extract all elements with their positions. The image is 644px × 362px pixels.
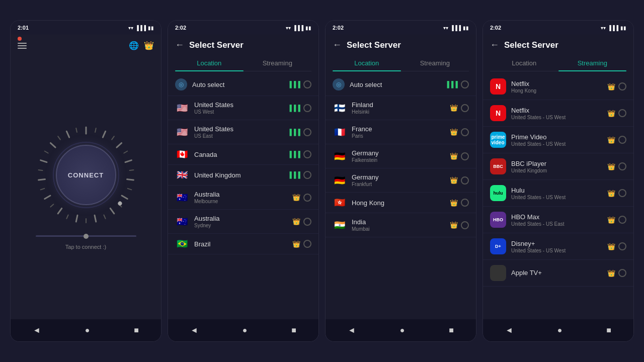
signal-bars: ▐▐▐ bbox=[287, 171, 300, 178]
phones-container: 2:01 ▾▾ ▐▐▐ ▮▮ 🌐 👑 bbox=[0, 10, 644, 352]
location-icon: ◎ bbox=[336, 81, 341, 88]
radio-button[interactable] bbox=[303, 194, 311, 202]
streaming-info: Hulu United States - US West bbox=[511, 187, 602, 200]
svg-line-5 bbox=[124, 151, 127, 153]
list-item[interactable]: HBO HBO Max United States - US East 👑 bbox=[483, 207, 633, 233]
server-actions: 👑 bbox=[450, 176, 469, 185]
radio-button[interactable] bbox=[618, 216, 626, 224]
nav-recent-2[interactable]: ■ bbox=[291, 326, 296, 335]
list-item[interactable]: 🇨🇦 Canada ▐▐▐ bbox=[168, 144, 318, 165]
nav-recent-4[interactable]: ■ bbox=[606, 326, 611, 335]
list-item[interactable]: 🇧🇷 Brazil 👑 bbox=[168, 234, 318, 254]
radio-button[interactable] bbox=[618, 242, 626, 250]
radio-button[interactable] bbox=[303, 80, 311, 88]
list-item[interactable]: N Netflix United States - US West 👑 bbox=[483, 100, 633, 127]
status-icons-3: ▾▾ ▐▐▐ ▮▮ bbox=[443, 25, 469, 31]
status-icons-4: ▾▾ ▐▐▐ ▮▮ bbox=[601, 25, 626, 31]
radio-button[interactable] bbox=[303, 150, 311, 158]
list-item[interactable]: hulu Hulu United States - US West 👑 bbox=[483, 180, 633, 207]
tab-streaming-4[interactable]: Streaming bbox=[558, 55, 627, 71]
nav-back-2[interactable]: ◄ bbox=[190, 326, 198, 335]
list-item[interactable]: D+ Disney+ United States - US West 👑 bbox=[483, 233, 633, 260]
server-info: France Paris bbox=[352, 125, 445, 139]
battery-icon-2: ▮▮ bbox=[305, 25, 311, 31]
tab-streaming-3[interactable]: Streaming bbox=[401, 55, 469, 71]
radio-button[interactable] bbox=[461, 176, 469, 185]
tab-location-3[interactable]: Location bbox=[333, 55, 401, 71]
radio-button[interactable] bbox=[303, 104, 311, 112]
signal-bars: ▐▐▐ bbox=[287, 81, 300, 88]
nav-recent-1[interactable]: ■ bbox=[134, 326, 139, 335]
server-info: Germany Falkenstein bbox=[352, 149, 445, 163]
nav-recent-3[interactable]: ■ bbox=[449, 326, 454, 335]
list-item[interactable]: 🇦🇺 Australia Melbourne 👑 bbox=[168, 186, 318, 210]
phone-streaming: 2:02 ▾▾ ▐▐▐ ▮▮ ← Select Server Location … bbox=[482, 20, 634, 342]
radio-button[interactable] bbox=[303, 171, 311, 179]
radio-button[interactable] bbox=[303, 128, 311, 136]
list-item[interactable]: 🇮🇳 India Mumbai 👑 bbox=[326, 213, 476, 237]
server-actions: ▐▐▐ bbox=[287, 80, 311, 88]
radio-button[interactable] bbox=[303, 218, 311, 226]
tab-streaming-2[interactable]: Streaming bbox=[244, 55, 312, 71]
radio-button[interactable] bbox=[618, 189, 626, 197]
tab-location-2[interactable]: Location bbox=[175, 55, 244, 71]
radio-button[interactable] bbox=[618, 136, 626, 144]
list-item[interactable]: 🇩🇪 Germany Frankfurt 👑 bbox=[326, 168, 476, 193]
nav-back-3[interactable]: ◄ bbox=[348, 326, 356, 335]
radio-button[interactable] bbox=[303, 240, 311, 248]
server-name: Canada bbox=[194, 151, 282, 158]
tab-location-4[interactable]: Location bbox=[490, 55, 558, 71]
menu-icon[interactable] bbox=[18, 43, 27, 49]
back-button-3[interactable]: ← bbox=[333, 40, 342, 50]
list-item[interactable]: 🇺🇸 United States US West ▐▐▐ bbox=[168, 96, 318, 120]
radio-button[interactable] bbox=[618, 269, 626, 277]
radio-button[interactable] bbox=[618, 109, 626, 117]
disney-logo: D+ bbox=[490, 238, 506, 254]
crown-icon: 👑 bbox=[450, 128, 458, 136]
server-actions: 👑 bbox=[607, 242, 626, 250]
server-list-2: ◎ Auto select ▐▐▐ 🇺🇸 United States bbox=[168, 71, 318, 319]
connect-screen: 🌐 👑 bbox=[11, 35, 161, 319]
list-item[interactable]: ◎ Auto select ▐▐▐ bbox=[168, 73, 318, 96]
list-item[interactable]: 🇫🇮 Finland Helsinki 👑 bbox=[326, 96, 476, 120]
streaming-region: Hong Kong bbox=[511, 88, 602, 94]
server-info: United Kingdom bbox=[194, 171, 282, 179]
nav-back-1[interactable]: ◄ bbox=[33, 326, 41, 335]
radio-button[interactable] bbox=[461, 80, 469, 88]
connect-button[interactable]: CONNECT bbox=[56, 145, 116, 205]
nav-home-3[interactable]: ● bbox=[400, 326, 405, 335]
radio-button[interactable] bbox=[618, 82, 626, 90]
server-actions: 👑 bbox=[607, 269, 626, 277]
connect-topbar: 🌐 👑 bbox=[15, 39, 157, 54]
radio-button[interactable] bbox=[461, 221, 469, 229]
list-item[interactable]: ◎ Auto select ▐▐▐ bbox=[326, 73, 476, 96]
list-item[interactable]: BBC BBC iPlayer United Kingdom 👑 bbox=[483, 153, 633, 180]
back-button-4[interactable]: ← bbox=[490, 40, 499, 50]
wifi-icon-3: ▾▾ bbox=[443, 25, 448, 31]
radio-button[interactable] bbox=[461, 152, 469, 160]
nav-home-2[interactable]: ● bbox=[243, 326, 248, 335]
list-item[interactable]: 🇬🇧 United Kingdom ▐▐▐ bbox=[168, 165, 318, 186]
globe-icon[interactable]: 🌐 bbox=[129, 41, 139, 50]
list-item[interactable]: 🇩🇪 Germany Falkenstein 👑 bbox=[326, 144, 476, 168]
hbo-logo: HBO bbox=[490, 212, 506, 228]
crown-icon-topbar[interactable]: 👑 bbox=[144, 41, 154, 50]
list-item[interactable]: 🇫🇷 France Paris 👑 bbox=[326, 120, 476, 144]
list-item[interactable]: 🇺🇸 United States US East ▐▐▐ bbox=[168, 120, 318, 144]
list-item[interactable]: N Netflix Hong Kong 👑 bbox=[483, 73, 633, 100]
nav-home-4[interactable]: ● bbox=[557, 326, 562, 335]
list-item[interactable]: 🇦🇺 Australia Sydney 👑 bbox=[168, 210, 318, 234]
radio-button[interactable] bbox=[461, 199, 469, 207]
list-item[interactable]: Apple TV+ 👑 bbox=[483, 260, 633, 287]
radio-button[interactable] bbox=[618, 162, 626, 170]
radio-button[interactable] bbox=[461, 128, 469, 136]
crown-icon: 👑 bbox=[450, 104, 458, 112]
list-item[interactable]: primevideo Prime Video United States - U… bbox=[483, 127, 633, 153]
back-button-2[interactable]: ← bbox=[175, 40, 184, 50]
streaming-info: HBO Max United States - US East bbox=[511, 213, 602, 227]
nav-home-1[interactable]: ● bbox=[85, 326, 90, 335]
nav-back-4[interactable]: ◄ bbox=[505, 326, 513, 335]
radio-button[interactable] bbox=[461, 104, 469, 112]
dial-outer: CONNECT bbox=[36, 125, 136, 225]
list-item[interactable]: 🇭🇰 Hong Kong 👑 bbox=[326, 193, 476, 213]
